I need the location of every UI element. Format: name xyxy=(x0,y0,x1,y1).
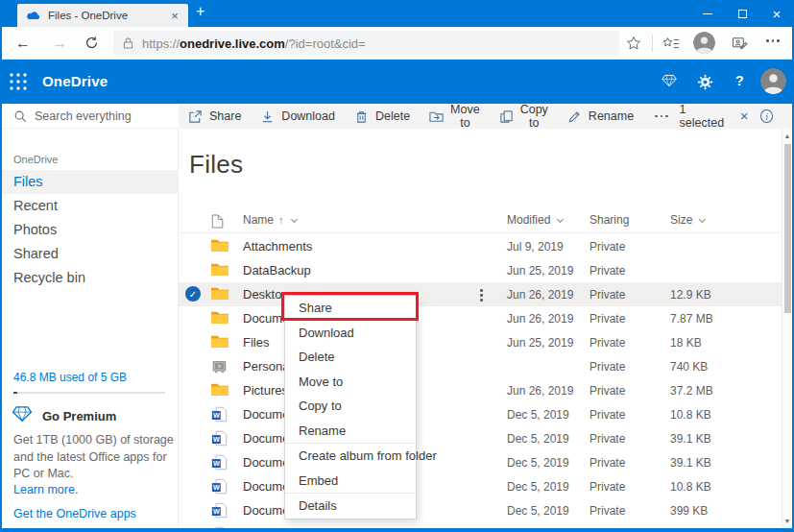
sidebar-item-recycle-bin[interactable]: Recycle bin xyxy=(0,266,178,290)
menu-item-move-to[interactable]: Move to xyxy=(285,370,416,395)
selection-count: 1 selected xyxy=(680,103,728,130)
file-row[interactable]: WDocume...Dec 5, 2019Private10.8 KB xyxy=(179,402,782,426)
file-name[interactable]: Desktop xyxy=(243,287,289,302)
column-header-modified[interactable]: Modified xyxy=(507,213,563,227)
sidebar-item-shared[interactable]: Shared xyxy=(0,242,178,266)
app-launcher-icon[interactable] xyxy=(9,72,30,91)
more-commands-icon[interactable] xyxy=(643,115,680,118)
command-bar: ShareDownloadDeleteMove toCopy toRename … xyxy=(179,104,794,129)
forward-button[interactable]: → xyxy=(52,33,67,54)
back-button[interactable]: ← xyxy=(15,33,31,54)
browser-menu-icon[interactable] xyxy=(766,39,780,42)
file-row[interactable]: AttachmentsJul 9, 2019Private xyxy=(179,234,782,258)
menu-item-share[interactable]: Share xyxy=(285,296,416,321)
chevron-down-icon xyxy=(557,215,564,222)
file-row[interactable]: FilesJun 25, 2019Private18 KB xyxy=(179,330,782,354)
scrollbar-thumb[interactable] xyxy=(784,144,791,313)
new-tab-button[interactable]: + xyxy=(196,3,205,20)
menu-item-delete[interactable]: Delete xyxy=(285,345,416,370)
add-favorite-star-icon[interactable] xyxy=(625,35,642,52)
file-name[interactable]: Attachments xyxy=(243,239,312,254)
menu-item-details[interactable]: Details xyxy=(285,494,416,519)
file-sharing: Private xyxy=(589,384,625,398)
settings-gear-icon[interactable] xyxy=(697,74,713,90)
file-name[interactable]: DataBackup xyxy=(243,263,311,278)
browser-tab[interactable]: Files - OneDrive × xyxy=(17,4,188,27)
close-button[interactable]: × xyxy=(759,0,794,27)
favorites-hub-icon[interactable] xyxy=(662,35,680,52)
column-header-name[interactable]: Name↑ xyxy=(243,213,297,227)
file-name[interactable]: Files xyxy=(243,335,269,350)
clear-selection-icon[interactable]: × xyxy=(740,109,749,123)
file-modified: Jun 25, 2019 xyxy=(507,264,573,278)
list-header: Name↑ Modified Sharing Size xyxy=(179,209,781,233)
command-label: Share xyxy=(209,109,241,123)
minimize-button[interactable] xyxy=(690,0,725,27)
menu-item-rename[interactable]: Rename xyxy=(285,419,416,444)
tab-close-icon[interactable]: × xyxy=(167,9,182,23)
column-header-size[interactable]: Size xyxy=(670,213,705,227)
search-box[interactable] xyxy=(0,104,179,129)
menu-item-copy-to[interactable]: Copy to xyxy=(285,394,416,419)
command-download-button[interactable]: Download xyxy=(251,104,345,129)
storage-progressbar xyxy=(13,392,165,394)
file-modified: Dec 5, 2019 xyxy=(507,432,569,446)
file-row[interactable]: PicturesJun 26, 2019Private37.2 MB xyxy=(179,378,782,402)
premium-diamond-icon[interactable] xyxy=(662,74,677,87)
chevron-down-icon xyxy=(290,215,297,222)
column-header-sharing[interactable]: Sharing xyxy=(589,213,629,227)
tab-title: Files - OneDrive xyxy=(48,10,167,21)
file-size: 12.9 KB xyxy=(670,288,711,302)
command-delete-button[interactable]: Delete xyxy=(345,104,420,129)
address-bar[interactable]: https://onedrive.live.com/?id=root&cid= xyxy=(113,31,619,56)
feedback-icon[interactable] xyxy=(731,35,748,52)
document-type-column-icon[interactable] xyxy=(211,214,224,229)
learn-more-link[interactable]: Learn more. xyxy=(13,483,78,496)
get-apps-link[interactable]: Get the OneDrive apps xyxy=(13,507,136,520)
sidebar-item-files[interactable]: Files xyxy=(0,170,178,194)
file-sharing: Private xyxy=(589,480,625,494)
menu-item-create-album-from-folder[interactable]: Create album from folder xyxy=(285,444,416,469)
folder-icon xyxy=(211,310,229,325)
sidebar-section-label: OneDrive xyxy=(13,154,58,165)
files-view: Files Name↑ Modified Sharing Size Attach… xyxy=(179,129,782,528)
menu-item-embed[interactable]: Embed xyxy=(285,469,416,494)
browser-profile-avatar[interactable] xyxy=(693,32,715,54)
toolbar-divider xyxy=(652,35,653,52)
search-input[interactable] xyxy=(35,109,159,123)
file-sharing: Private xyxy=(589,408,625,422)
file-row[interactable]: WDocume...Dec 5, 2019Private399 KB xyxy=(179,498,782,522)
folder-icon xyxy=(211,334,229,349)
file-modified: Jul 9, 2019 xyxy=(507,240,564,254)
refresh-button[interactable] xyxy=(84,35,99,56)
file-row[interactable]: Docume...Jun 26, 2019Private7.87 MB xyxy=(179,306,782,330)
file-modified: Jun 26, 2019 xyxy=(507,288,573,302)
more-options-icon[interactable] xyxy=(474,287,489,303)
file-name[interactable]: Pictures xyxy=(243,383,288,398)
svg-text:W: W xyxy=(213,483,220,492)
svg-text:W: W xyxy=(213,507,220,516)
sidebar-item-recent[interactable]: Recent xyxy=(0,194,178,218)
scrollbar[interactable]: ▲ ▼ xyxy=(782,129,792,528)
command-actions: ShareDownloadDeleteMove toCopy toRename xyxy=(179,104,643,129)
file-row[interactable]: ✓DesktopJun 26, 2019Private12.9 KB xyxy=(179,282,782,306)
scroll-up-icon[interactable]: ▲ xyxy=(782,133,792,139)
command-share-button[interactable]: Share xyxy=(179,104,251,129)
storage-usage-link[interactable]: 46.8 MB used of 5 GB xyxy=(13,371,127,384)
info-icon[interactable]: i xyxy=(760,109,773,123)
file-row[interactable]: DataBackupJun 25, 2019Private xyxy=(179,258,782,282)
file-row[interactable]: WDocume...Dec 5, 2019Private10.8 KB xyxy=(179,474,782,498)
go-premium-button[interactable]: Go Premium xyxy=(12,405,116,426)
command-copy-to-button[interactable]: Copy to xyxy=(490,104,558,129)
sidebar-item-photos[interactable]: Photos xyxy=(0,218,178,242)
command-move-to-button[interactable]: Move to xyxy=(420,104,490,129)
maximize-button[interactable] xyxy=(725,0,759,27)
command-rename-button[interactable]: Rename xyxy=(558,104,643,129)
file-row[interactable]: WDocume...Dec 5, 2019Private39.1 KB xyxy=(179,426,782,450)
account-avatar[interactable] xyxy=(760,68,786,94)
file-row[interactable]: Personal...Private740 KB xyxy=(179,354,782,378)
scroll-down-icon[interactable]: ▼ xyxy=(782,518,792,524)
file-row[interactable]: WDocume...Dec 5, 2019Private39.1 KB xyxy=(179,450,782,474)
menu-item-download[interactable]: Download xyxy=(285,321,416,346)
help-icon[interactable]: ? xyxy=(735,73,744,88)
